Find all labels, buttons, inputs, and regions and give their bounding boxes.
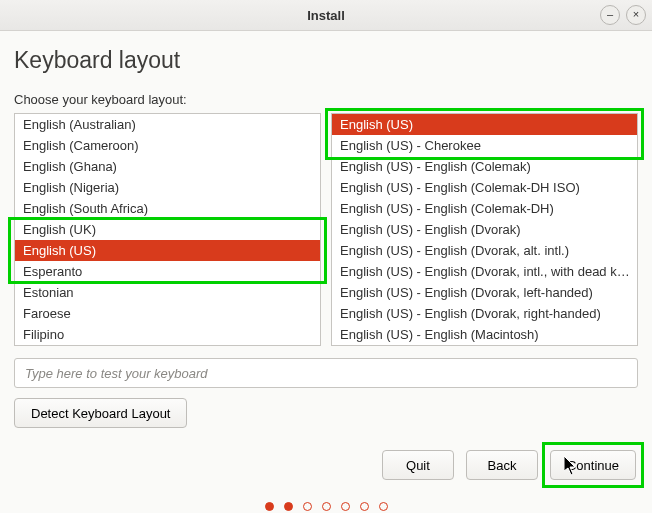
language-item[interactable]: Faroese <box>15 303 320 324</box>
back-button[interactable]: Back <box>466 450 538 480</box>
keyboard-test-input[interactable] <box>14 358 638 388</box>
progress-dot <box>303 502 312 511</box>
quit-button[interactable]: Quit <box>382 450 454 480</box>
layout-lists: English (Australian)English (Cameroon)En… <box>14 113 638 346</box>
variant-item[interactable]: English (US) - English (Dvorak, right-ha… <box>332 303 637 324</box>
progress-dot <box>284 502 293 511</box>
progress-dot <box>341 502 350 511</box>
variant-item[interactable]: English (US) - English (Norman) <box>332 345 637 346</box>
content-area: Keyboard layout Choose your keyboard lay… <box>0 31 652 511</box>
variant-item[interactable]: English (US) <box>332 114 637 135</box>
nav-buttons: Quit Back Continue <box>14 450 638 480</box>
language-item[interactable]: English (UK) <box>15 219 320 240</box>
titlebar: Install – × <box>0 0 652 31</box>
variant-item[interactable]: English (US) - English (Dvorak, intl., w… <box>332 261 637 282</box>
continue-button[interactable]: Continue <box>550 450 636 480</box>
variant-item[interactable]: English (US) - English (Colemak-DH ISO) <box>332 177 637 198</box>
variant-listbox[interactable]: English (US)English (US) - CherokeeEngli… <box>331 113 638 346</box>
variant-item[interactable]: English (US) - Cherokee <box>332 135 637 156</box>
language-listbox[interactable]: English (Australian)English (Cameroon)En… <box>14 113 321 346</box>
progress-dot <box>379 502 388 511</box>
page-title: Keyboard layout <box>14 47 638 74</box>
language-item[interactable]: English (Ghana) <box>15 156 320 177</box>
language-item[interactable]: English (Cameroon) <box>15 135 320 156</box>
variant-item[interactable]: English (US) - English (Dvorak) <box>332 219 637 240</box>
language-item[interactable]: English (South Africa) <box>15 198 320 219</box>
variant-item[interactable]: English (US) - English (Dvorak, left-han… <box>332 282 637 303</box>
language-item[interactable]: English (Australian) <box>15 114 320 135</box>
close-button[interactable]: × <box>626 5 646 25</box>
window-controls: – × <box>600 5 646 25</box>
language-item[interactable]: English (US) <box>15 240 320 261</box>
window-title: Install <box>307 8 345 23</box>
language-item[interactable]: Filipino <box>15 324 320 345</box>
language-item[interactable]: English (Nigeria) <box>15 177 320 198</box>
variant-item[interactable]: English (US) - English (Colemak) <box>332 156 637 177</box>
minimize-button[interactable]: – <box>600 5 620 25</box>
detect-row: Detect Keyboard Layout <box>14 398 638 428</box>
variant-item[interactable]: English (US) - English (Dvorak, alt. int… <box>332 240 637 261</box>
progress-dots <box>14 502 638 511</box>
detect-keyboard-button[interactable]: Detect Keyboard Layout <box>14 398 187 428</box>
keyboard-prompt: Choose your keyboard layout: <box>14 92 638 107</box>
variant-item[interactable]: English (US) - English (Macintosh) <box>332 324 637 345</box>
language-item[interactable]: Finnish <box>15 345 320 346</box>
progress-dot <box>360 502 369 511</box>
language-item[interactable]: Esperanto <box>15 261 320 282</box>
progress-dot <box>322 502 331 511</box>
variant-item[interactable]: English (US) - English (Colemak-DH) <box>332 198 637 219</box>
progress-dot <box>265 502 274 511</box>
language-item[interactable]: Estonian <box>15 282 320 303</box>
